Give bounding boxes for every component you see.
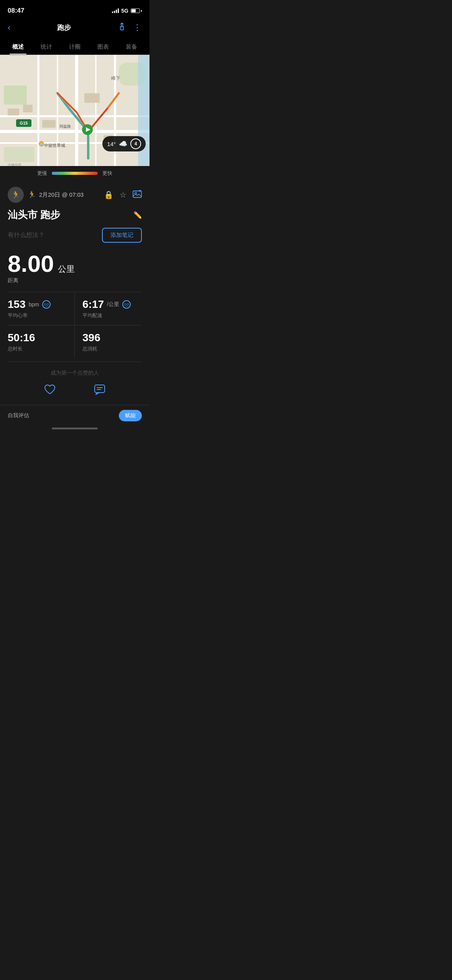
weather-badge: 14° ☁️ 4 [102, 136, 146, 151]
weather-wind-badge: 4 [130, 138, 141, 149]
nav-title: 跑步 [57, 23, 71, 32]
add-note-button[interactable]: 添加笔记 [102, 228, 142, 243]
svg-text:同益路: 同益路 [59, 124, 71, 128]
main-stat-distance: 8.00 公里 距离 [8, 252, 142, 284]
pace-unit: /公里 [107, 301, 119, 308]
activity-title-row: 汕头市 跑步 ✏️ [8, 208, 142, 222]
avatar: 🏃 [8, 187, 24, 203]
distance-unit: 公里 [58, 264, 75, 274]
duration-label: 总时长 [8, 345, 67, 352]
like-prompt: 成为第一个点赞的人 [8, 370, 142, 377]
svg-rect-14 [8, 109, 19, 115]
stat-calories: 396 总消耗 [75, 325, 142, 358]
meta-info: 🏃 2月20日 @ 07:03 [28, 191, 100, 199]
svg-text:G15: G15 [20, 121, 28, 125]
note-row: 有什么想法？ 添加笔记 [8, 228, 142, 243]
svg-rect-35 [95, 385, 105, 393]
calories-label: 总消耗 [82, 345, 142, 352]
svg-rect-17 [84, 93, 100, 103]
edit-icon[interactable]: ✏️ [133, 211, 142, 219]
add-image-icon[interactable] [133, 190, 142, 200]
star-icon[interactable]: ☆ [120, 190, 127, 199]
home-bar [52, 428, 98, 429]
activity-meta: 🏃 🏃 2月20日 @ 07:03 🔒 ☆ [8, 187, 142, 203]
more-icon[interactable]: ⋮ [133, 23, 142, 33]
svg-rect-12 [4, 147, 35, 162]
tab-gear[interactable]: 装备 [117, 39, 146, 54]
signal-icon [112, 8, 119, 13]
meta-actions: 🔒 ☆ [104, 190, 142, 200]
speed-gradient [52, 172, 98, 175]
activity-type-icon: 🏃 [28, 191, 36, 199]
svg-rect-16 [42, 120, 56, 128]
empower-button[interactable]: 赋能 [119, 410, 142, 421]
distance-label: 距离 [8, 277, 142, 284]
share-icon[interactable] [118, 22, 126, 33]
distance-value: 8.00 [8, 250, 54, 277]
weather-temp: 14° [107, 141, 116, 147]
weather-cloud-icon: ☁️ [119, 140, 127, 148]
home-indicator [0, 424, 150, 433]
back-button[interactable]: ‹ [8, 23, 10, 33]
activity-date: 2月20日 @ 07:03 [39, 191, 84, 199]
svg-rect-15 [23, 105, 33, 112]
social-row: 成为第一个点赞的人 [8, 362, 142, 399]
activity-info: 🏃 🏃 2月20日 @ 07:03 🔒 ☆ 汕头市 跑步 ✏️ [0, 181, 150, 405]
self-eval-label: 自我评估 [8, 412, 29, 419]
stat-heart-rate: 153 bpm 平均心率 [8, 292, 75, 325]
comment-button[interactable] [94, 384, 105, 395]
heart-rate-label: 平均心率 [8, 312, 67, 319]
heart-rate-value: 153 [8, 298, 26, 311]
note-placeholder[interactable]: 有什么想法？ [8, 231, 44, 239]
svg-text:峰下: 峰下 [111, 76, 120, 81]
stat-duration: 50:16 总时长 [8, 325, 75, 358]
pace-icon[interactable] [122, 300, 131, 309]
bottom-bar: 自我评估 赋能 [0, 405, 150, 424]
heart-rate-icon[interactable] [42, 300, 51, 309]
status-time: 08:47 [8, 7, 24, 15]
duration-value: 50:16 [8, 332, 35, 344]
pace-label: 平均配速 [82, 312, 142, 319]
nav-actions: ⋮ [118, 22, 142, 33]
stat-pace: 6:17 /公里 平均配速 [75, 292, 142, 325]
activity-title: 汕头市 跑步 [8, 208, 60, 222]
pace-value: 6:17 [82, 298, 104, 311]
speed-slower-label: 更慢 [37, 170, 47, 177]
status-icons: 5G [112, 8, 142, 14]
like-button[interactable] [44, 384, 56, 395]
stats-grid: 153 bpm 平均心率 6:17 /公里 [8, 292, 142, 358]
speed-legend: 更慢 更快 [0, 166, 150, 181]
status-bar: 08:47 5G [0, 0, 150, 19]
svg-text:🏢: 🏢 [39, 142, 44, 146]
battery-icon [131, 8, 142, 13]
map-view[interactable]: G15 峰下 同益路 法律信息 中骏世界城 🏢 14° ☁️ 4 [0, 55, 150, 166]
social-actions [8, 384, 142, 395]
svg-text:中骏世界城: 中骏世界城 [44, 143, 65, 148]
svg-rect-10 [4, 86, 27, 105]
tab-stats[interactable]: 统计 [32, 39, 61, 54]
lock-icon[interactable]: 🔒 [104, 190, 113, 199]
tab-laps[interactable]: 计圈 [61, 39, 89, 54]
tab-bar: 概述 统计 计圈 图表 装备 [0, 39, 150, 55]
nav-bar: ‹ 跑步 ⋮ [0, 19, 150, 39]
svg-text:🏃: 🏃 [11, 190, 21, 199]
heart-rate-unit: bpm [29, 301, 39, 307]
tab-charts[interactable]: 图表 [89, 39, 117, 54]
svg-text:法律信息: 法律信息 [8, 163, 21, 166]
speed-faster-label: 更快 [102, 170, 112, 177]
tab-overview[interactable]: 概述 [4, 39, 32, 54]
calories-value: 396 [82, 332, 100, 344]
network-label: 5G [121, 8, 128, 14]
